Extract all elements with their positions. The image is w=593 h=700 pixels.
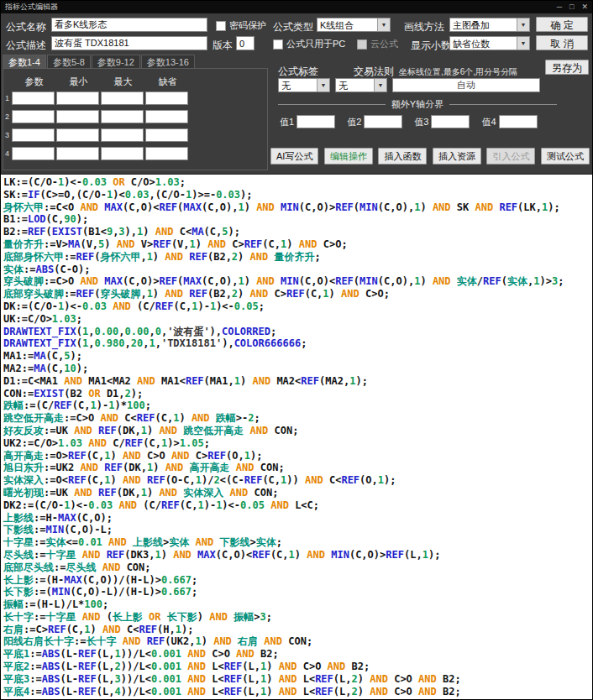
parameter-default-input[interactable] [145, 110, 188, 123]
y-axis-value-input-3[interactable] [431, 115, 470, 128]
save-as-button[interactable]: 另存为 [545, 60, 589, 75]
draw-method-select[interactable]: 主图叠加 ▼ [449, 18, 530, 32]
checkbox-box-icon [357, 39, 367, 50]
code-line: 平底2:=ABS(L-REF(L,2))/L<0.001 AND L<REF(L… [3, 661, 592, 673]
parameter-name-input[interactable] [12, 91, 55, 105]
parameter-name-input[interactable] [12, 147, 55, 160]
chevron-down-icon[interactable]: ▼ [517, 18, 529, 31]
y-axis-value-input-1[interactable] [296, 115, 335, 128]
parameter-min-input[interactable] [56, 147, 99, 160]
formula-type-select[interactable]: K线组合 ▼ [317, 18, 391, 32]
edit-operations-button[interactable]: 编辑操作 [324, 148, 373, 165]
separator-line [449, 104, 557, 105]
code-line: 穿头破脚:=C>O AND MAX(C,O)>REF(MAX(C,O),1) A… [3, 275, 592, 288]
action-button-row: AI写公式 编辑操作 插入函数 插入资源 引入公式 测试公式 [270, 148, 590, 165]
show-decimals-value: 缺省位数 [450, 37, 517, 50]
title-bar[interactable]: 指标公式编辑器 ─ □ ✕ [1, 1, 592, 13]
maximize-button[interactable]: □ [569, 1, 574, 13]
chevron-down-icon[interactable]: ▼ [377, 18, 390, 31]
code-line: SK:=IF(C>=O,(C/O-1)<0.03,(C/O-1)>=-0.03)… [3, 189, 592, 201]
formula-name-label: 公式名称 [6, 20, 46, 34]
y-axis-value-input-4[interactable] [499, 115, 538, 128]
y-axis-value-input-2[interactable] [364, 115, 402, 128]
code-line: DK2:=(C/O-1)<-0.03 AND (C/REF(C,1)-1)<-0… [3, 499, 592, 512]
cloud-formula-label: 云公式 [370, 38, 398, 50]
code-line: 振幅:=(H-L)/L*100; [3, 598, 592, 611]
code-line: DK:=(C/O-1)<-0.03 AND (C/REF(C,1)-1)<-0.… [3, 300, 592, 313]
y-axis-field: 值2 [347, 115, 402, 128]
formula-tags-select[interactable]: 无 ▼ [278, 78, 330, 92]
ai-write-formula-button[interactable]: AI写公式 [270, 148, 318, 165]
test-formula-button[interactable]: 测试公式 [541, 148, 590, 165]
code-line: D1:=C<MA1 AND MA1<MA2 AND MA1<REF(MA1,1)… [3, 375, 592, 388]
formula-type-value: K线组合 [317, 18, 377, 31]
parameter-column-header: 最大 [101, 76, 145, 88]
code-line: 尽头线:=十字星 AND REF(DK3,1) AND MAX(C,O)<REF… [3, 549, 592, 562]
insert-resource-button[interactable]: 插入资源 [433, 148, 481, 165]
parameter-row-label: 4 [5, 149, 12, 158]
code-line: 长十字:=十字星 AND (长上影 OR 长下影) AND 振幅>3; [3, 611, 592, 624]
show-decimals-select[interactable]: 缺省位数 ▼ [449, 36, 530, 50]
chevron-down-icon[interactable]: ▼ [317, 79, 329, 91]
parameter-min-input[interactable] [56, 128, 99, 142]
close-button[interactable]: ✕ [581, 1, 588, 13]
parameter-default-input[interactable] [145, 147, 188, 160]
parameter-max-input[interactable] [101, 91, 144, 105]
password-protect-label: 密码保护 [229, 19, 266, 32]
code-line: 高开高走:=O>REF(C,1) AND C>O AND C>REF(O,1); [3, 450, 592, 462]
extra-y-axis-label: 额外Y轴分界 [391, 98, 443, 111]
code-line: UK2:=C/O>1.03 AND C/REF(C,1)>1.05; [3, 437, 592, 450]
parameter-name-input[interactable] [12, 110, 55, 123]
parameter-max-input[interactable] [101, 147, 144, 160]
chevron-down-icon[interactable]: ▼ [374, 79, 386, 91]
parameter-max-input[interactable] [101, 110, 144, 123]
code-line: 曙光初现:=UK AND REF(DK,1) AND 实体深入 AND CON; [3, 487, 592, 499]
pc-only-checkbox[interactable]: 公式只用于PC [273, 38, 345, 50]
formula-code-editor[interactable]: LK:=(C/O-1)<-0.03 OR C/O>1.03;SK:=IF(C>=… [1, 175, 592, 700]
code-line: DRAWTEXT_FIX(1,0.00,0.00,0,'波有蛋'),COLORR… [3, 326, 592, 338]
formula-tags-value: 无 [279, 79, 317, 91]
y-axis-value-label: 值1 [280, 116, 294, 128]
parameter-min-input[interactable] [56, 91, 99, 105]
formula-name-input[interactable] [51, 18, 207, 32]
parameter-headers: 参数最小最大缺省 [12, 73, 267, 88]
minimize-button[interactable]: ─ [557, 1, 562, 13]
chevron-down-icon[interactable]: ▼ [517, 37, 529, 50]
code-line: 阳线右肩长十字:=长十字 AND REF(UK2,1) AND 右肩 AND C… [3, 635, 592, 648]
ok-button[interactable]: 确 定 [536, 17, 588, 32]
y-axis-field: 值1 [280, 115, 335, 128]
parameter-default-input[interactable] [145, 91, 188, 105]
code-line: 底部尽头线:=尽头线 AND CON; [3, 562, 592, 574]
version-input[interactable] [236, 36, 255, 50]
parameter-row-label: 3 [5, 131, 12, 139]
parameter-max-input[interactable] [101, 128, 144, 142]
formula-tags-label: 公式标签 [278, 65, 318, 79]
code-line: B1:=LOD(C,90); [3, 213, 592, 226]
trade-rule-select[interactable]: 无 ▼ [335, 78, 387, 92]
code-line: 身怀六甲:=C<O AND MAX(C,O)<REF(MAX(C,O),1) A… [3, 201, 592, 214]
formula-form: 公式名称 密码保护 公式类型 K线组合 ▼ 画线方法 主图叠加 ▼ 确 定 公式… [1, 13, 592, 175]
code-line: CON:=EXIST(B2 OR D1,2); [3, 388, 592, 400]
code-line: 长上影:=(H-MAX(C,O))/(H-L)>0.667; [3, 574, 592, 587]
insert-function-button[interactable]: 插入函数 [378, 148, 427, 165]
code-line: 底部穿头破脚:=REF(穿头破脚,1) AND REF(B2,2) AND C>… [3, 288, 592, 300]
code-line: 平底1:=ABS(L-REF(L,1))/L<0.001 AND C>O AND… [3, 648, 592, 661]
code-line: 好友反攻:=UK AND REF(DK,1) AND 跳空低开高走 AND CO… [3, 425, 592, 437]
parameter-default-input[interactable] [145, 128, 188, 142]
cancel-button[interactable]: 取 消 [536, 35, 588, 50]
parameter-panel: 参数最小最大缺省 1234 [3, 68, 268, 170]
draw-method-value: 主图叠加 [450, 18, 517, 31]
formula-type-label: 公式类型 [273, 20, 313, 34]
parameter-grid: 1234 [3, 91, 267, 160]
code-line: 实体:=ABS(C-O); [3, 264, 592, 276]
coord-lines-input[interactable] [392, 78, 540, 92]
code-line: LK:=(C/O-1)<-0.03 OR C/O>1.03; [3, 176, 592, 189]
code-line: UK:=C/O>1.03; [3, 313, 592, 326]
checkbox-box-icon [273, 39, 283, 50]
password-protect-checkbox[interactable]: 密码保护 [216, 19, 266, 32]
extra-y-axis-separator: 额外Y轴分界 [278, 98, 557, 111]
parameter-name-input[interactable] [12, 128, 55, 142]
formula-desc-input[interactable] [51, 36, 207, 50]
formula-editor-window: 指标公式编辑器 ─ □ ✕ 公式名称 密码保护 公式类型 K线组合 ▼ 画线方法… [0, 0, 593, 700]
parameter-min-input[interactable] [56, 110, 99, 123]
